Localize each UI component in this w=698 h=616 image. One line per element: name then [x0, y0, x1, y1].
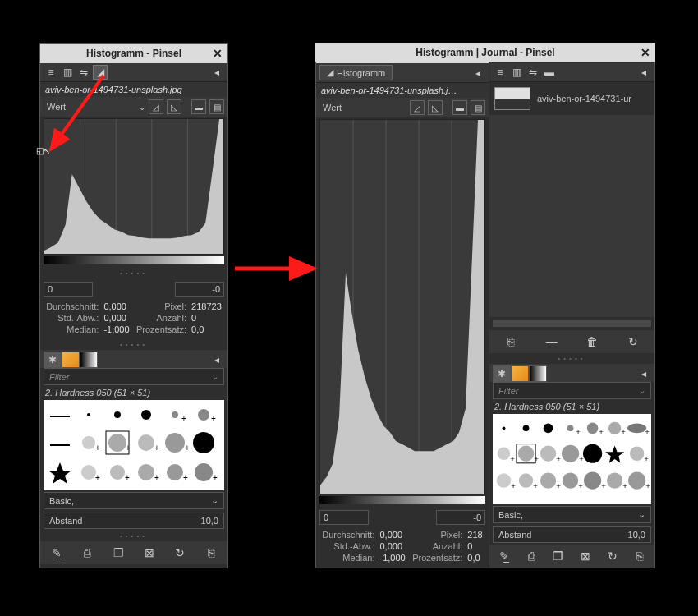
duplicate-brush-icon[interactable]: ❐ — [110, 545, 126, 561]
range-min-input[interactable] — [44, 282, 93, 297]
view-mode-1[interactable]: ▬ — [452, 100, 467, 115]
brush-filter[interactable]: Filter ⌄ — [493, 382, 651, 399]
histogram-tab[interactable]: ◢ Histogramm — [319, 65, 393, 80]
brushes-tab-icon[interactable]: ✱ — [493, 365, 511, 382]
stat-count-label: Anzahl: — [411, 541, 462, 551]
svg-text:+: + — [510, 454, 515, 463]
brushes-tab-icon[interactable]: ✱ — [44, 352, 62, 368]
tool-options-icon[interactable]: ≡ — [493, 65, 507, 80]
brush-grid[interactable]: + + + + + + + + + + + — [44, 400, 224, 490]
histogram-chart[interactable] — [319, 119, 485, 494]
gradients-tab-icon[interactable] — [80, 352, 98, 368]
stats-grid: Durchschnitt: 0,000 Pixel: 218723 Std.-A… — [40, 300, 227, 339]
log-hist-button[interactable]: ◺ — [167, 99, 181, 114]
linear-hist-button[interactable]: ◿ — [149, 99, 163, 114]
patterns-tab-icon[interactable] — [511, 365, 529, 382]
brush-name: 2. Hardness 050 (51 × 51) — [489, 399, 654, 414]
log-hist-button[interactable]: ◺ — [428, 100, 443, 115]
svg-text:+: + — [95, 444, 100, 453]
abstand-field[interactable]: Abstand 10,0 — [44, 513, 224, 529]
stat-percent-label: Prozentsatz: — [411, 553, 462, 563]
linear-hist-button[interactable]: ◿ — [410, 100, 425, 115]
delete-brush-icon[interactable]: ⊠ — [577, 548, 594, 564]
open-icon[interactable]: ⎘ — [503, 333, 519, 350]
edit-brush-icon[interactable]: ✎̲ — [496, 548, 512, 564]
close-icon[interactable]: ✕ — [213, 47, 223, 60]
svg-text:+: + — [533, 481, 538, 490]
device-status-icon[interactable]: ▥ — [60, 65, 75, 80]
refresh-brushes-icon[interactable]: ↻ — [172, 545, 188, 561]
clear-icon[interactable]: 🗑 — [584, 333, 600, 350]
open-as-image-icon[interactable]: ⎘ — [203, 545, 219, 561]
svg-point-21 — [165, 433, 185, 453]
patterns-tab-icon[interactable] — [62, 352, 80, 368]
range-max-input[interactable] — [436, 510, 485, 525]
device-status-icon[interactable]: ▥ — [509, 65, 524, 80]
stat-median-value: -1,000 — [379, 553, 406, 563]
channel-row: Wert ◿ ◺ ▬ ▤ — [316, 98, 489, 117]
svg-text:+: + — [601, 481, 606, 490]
brush-filter[interactable]: Filter ⌄ — [44, 368, 224, 385]
channel-select[interactable]: Wert — [319, 103, 406, 113]
brush-tabs: ✱ ◂ — [489, 364, 654, 382]
resize-grip-icon[interactable]: ◱↖ — [36, 146, 50, 155]
svg-text:+: + — [645, 481, 650, 490]
stat-pixel-label: Pixel: — [411, 530, 462, 540]
chevron-down-icon[interactable]: ⌄ — [139, 103, 145, 112]
image-filename[interactable]: aviv-ben-or-1494731-unsplash.jpg — [40, 82, 227, 97]
tool-options-icon[interactable]: ≡ — [44, 65, 58, 80]
abstand-field[interactable]: Abstand 10,0 — [493, 526, 651, 543]
scrollbar[interactable] — [493, 320, 651, 327]
titlebar[interactable]: Histogramm | Journal - Pinsel ✕ — [315, 43, 655, 62]
gradients-tab-icon[interactable] — [529, 365, 547, 382]
stat-percent-value: 0,0 — [467, 553, 484, 563]
abstand-label: Abstand — [49, 516, 82, 526]
refresh-icon[interactable]: ↻ — [625, 333, 641, 350]
bottom-toolbar: ✎̲ ⎙ ❐ ⊠ ↻ ⎘ — [40, 541, 227, 564]
titlebar-overlay: Histogramm | Journal - Pinsel ✕ — [315, 43, 655, 62]
range-min-input[interactable] — [319, 510, 369, 525]
histogram-tab-icon[interactable]: ◢ — [93, 65, 108, 80]
remove-icon[interactable]: — — [544, 333, 560, 350]
menu-icon[interactable]: ◂ — [209, 65, 224, 80]
abstand-value: 10,0 — [628, 530, 645, 540]
image-filename[interactable]: aviv-ben-or-1494731-unsplash.j… — [316, 83, 489, 98]
view-mode-2[interactable]: ▤ — [209, 99, 224, 114]
menu-icon[interactable]: ◂ — [636, 366, 651, 381]
menu-icon[interactable]: ◂ — [636, 65, 651, 80]
journal-icon[interactable]: ▬ — [542, 65, 557, 80]
edit-brush-icon[interactable]: ✎̲ — [48, 545, 65, 561]
menu-icon[interactable]: ◂ — [471, 66, 485, 80]
menu-icon[interactable]: ◂ — [209, 352, 224, 367]
basic-combo[interactable]: Basic, ⌄ — [493, 506, 651, 523]
filter-placeholder: Filter — [49, 372, 69, 382]
channel-select[interactable]: Wert — [44, 102, 135, 112]
duplicate-brush-icon[interactable]: ❐ — [550, 548, 567, 564]
svg-text:+: + — [578, 481, 583, 490]
refresh-brushes-icon[interactable]: ↻ — [604, 548, 621, 564]
close-icon[interactable]: ✕ — [641, 46, 650, 59]
view-mode-1[interactable]: ▬ — [191, 99, 206, 114]
undo-history-icon[interactable]: ⇋ — [76, 65, 91, 80]
undo-history-icon[interactable]: ⇋ — [526, 65, 540, 80]
svg-point-56 — [540, 446, 556, 462]
delete-brush-icon[interactable]: ⊠ — [141, 545, 158, 561]
new-brush-icon[interactable]: ⎙ — [523, 548, 540, 564]
histogram-chart[interactable] — [44, 118, 224, 255]
new-brush-icon[interactable]: ⎙ — [79, 545, 95, 561]
svg-point-17 — [108, 434, 126, 452]
svg-point-64 — [497, 473, 511, 487]
svg-text:+: + — [185, 444, 190, 453]
range-max-input[interactable] — [175, 282, 224, 297]
svg-point-49 — [627, 424, 646, 434]
basic-combo[interactable]: Basic, ⌄ — [44, 492, 224, 509]
journal-entry[interactable]: aviv-ben-or-1494731-ur — [489, 82, 654, 115]
titlebar[interactable]: Histogramm - Pinsel ✕ — [40, 44, 227, 63]
svg-text:+: + — [622, 481, 627, 490]
filter-placeholder: Filter — [498, 386, 518, 396]
channel-row: Wert ⌄ ◿ ◺ ▬ ▤ — [40, 97, 227, 117]
open-as-image-icon[interactable]: ⎘ — [631, 548, 648, 564]
brush-grid[interactable]: + + + + + + + + + + + + + + + + — [493, 414, 651, 504]
view-mode-2[interactable]: ▤ — [471, 100, 485, 115]
stat-stddev-value: 0,000 — [103, 313, 130, 323]
